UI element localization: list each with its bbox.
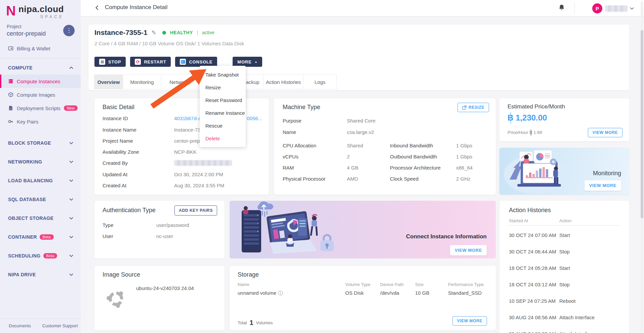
info-icon[interactable]: ⓘ <box>278 290 283 296</box>
scrollbar-thumb[interactable] <box>641 30 643 218</box>
sidebar-section-object-storage[interactable]: OBJECT STORAGE <box>0 209 81 228</box>
topbar-divider <box>574 3 575 14</box>
sidebar-section-networking[interactable]: NETWORKING <box>0 152 81 171</box>
section-label: OBJECT STORAGE <box>8 216 53 221</box>
button-label: VIEW MORE <box>455 248 482 253</box>
menu-item-resize[interactable]: Resize <box>200 81 246 94</box>
section-label: CONTAINER <box>8 234 37 240</box>
chevron-down-icon <box>69 273 73 276</box>
button-label: VIEW MORE <box>457 319 482 323</box>
column-header-name: Name <box>238 282 249 287</box>
project-menu-button[interactable]: ⋮ <box>63 25 75 36</box>
tab-action-histories[interactable]: Action Histories <box>263 75 304 89</box>
column-header-started-at: Started At <box>509 218 528 223</box>
volume-name: unnamed volumeⓘ <box>238 290 283 296</box>
notifications-button[interactable] <box>557 4 566 12</box>
edit-name-icon[interactable]: ✎ <box>152 29 156 36</box>
detail-label: CPU Allocation <box>283 143 316 148</box>
card-title: Estimated Price/Month <box>508 103 565 110</box>
project-block: Project centor-prepaid ⋮ <box>0 19 81 37</box>
caret-up-icon: ▲ <box>255 60 258 63</box>
avatar-name-blurred <box>605 5 627 12</box>
promo-title: Monitoring <box>593 170 621 177</box>
menu-item-rescue[interactable]: Rescue <box>200 119 246 132</box>
detail-value: 2 <box>347 154 350 159</box>
section-label: BLOCK STORAGE <box>8 140 51 146</box>
add-key-pairs-button[interactable]: ADD KEY PAIRS <box>174 205 217 216</box>
detail-label: vCPUs <box>283 154 298 159</box>
history-action: Start <box>559 232 570 238</box>
price-view-more-button[interactable]: VIEW MORE <box>588 128 622 137</box>
account-menu[interactable]: P <box>592 2 634 15</box>
sidebar-section-compute[interactable]: COMPUTE <box>0 61 81 75</box>
detail-value: AMD <box>347 176 358 182</box>
monitoring-view-more-button[interactable]: VIEW MORE <box>585 180 621 191</box>
chevron-down-icon <box>69 142 73 144</box>
tab-networks[interactable]: Networks <box>161 75 199 89</box>
banner-title: Connect Instance Information <box>406 233 487 240</box>
card-title: Basic Detail <box>103 104 134 111</box>
detail-label: Purpose <box>283 118 301 124</box>
sidebar-section-sql-database[interactable]: SQL DATABASE <box>0 190 81 209</box>
console-button[interactable]: >_ CONSOLE <box>175 57 217 67</box>
menu-item-take-snapshot[interactable]: Take Snapshot <box>200 68 246 81</box>
button-label: CONSOLE <box>189 59 212 64</box>
console-icon: >_ <box>180 59 186 65</box>
svg-text:</>: </> <box>10 107 13 110</box>
detail-value: Shared <box>347 143 363 148</box>
more-button[interactable]: MORE ▲ <box>233 57 262 67</box>
sidebar-section-scheduling[interactable]: SCHEDULING Beta <box>0 246 81 265</box>
button-label: VIEW MORE <box>593 130 618 135</box>
sidebar-section-load-balancing[interactable]: LOAD BALANCING <box>0 171 81 190</box>
sidebar-item-label: Key Pairs <box>17 119 38 125</box>
footer-link-customer-support[interactable]: Customer Support <box>42 323 78 328</box>
detail-label: Instance ID <box>103 115 128 121</box>
machine-type-card: Machine Type RESIZE PurposeShared Core N… <box>274 98 496 195</box>
button-label: RESTART <box>144 59 166 64</box>
restart-button[interactable]: ⟳ RESTART <box>130 57 171 67</box>
tab-overview[interactable]: Overview <box>94 75 123 89</box>
bell-icon <box>558 4 565 11</box>
sidebar-item-compute-images[interactable]: Compute Images <box>0 88 81 101</box>
sidebar-item-deployment-scripts[interactable]: </> Deployment Scripts New <box>0 101 81 115</box>
instance-id-link-tail[interactable]: 0056... <box>247 115 262 121</box>
sidebar-section-nipa-drive[interactable]: NIPA DRIVE <box>0 265 81 284</box>
connect-instance-banner: Connect Instance Information VIEW MORE <box>230 201 496 258</box>
sidebar: N nipa.cloud SPACE Project centor-prepai… <box>0 0 81 333</box>
sidebar-item-key-pairs[interactable]: Key Pairs <box>0 115 81 128</box>
connect-view-more-button[interactable]: VIEW MORE <box>450 245 487 255</box>
new-badge: New <box>64 105 78 111</box>
stop-icon <box>99 59 105 65</box>
detail-label: Updated At <box>103 172 127 177</box>
sidebar-section-block-storage[interactable]: BLOCK STORAGE <box>0 134 81 152</box>
tab-logs[interactable]: Logs <box>303 75 337 89</box>
detail-value: Aug 30, 2024 3:55 PM <box>174 183 224 188</box>
health-status: HEALTHY <box>170 30 193 35</box>
sidebar-item-billing[interactable]: Billing & Wallet <box>0 42 81 55</box>
tab-monitoring[interactable]: Monitoring <box>123 75 161 89</box>
card-title: Storage <box>238 271 259 278</box>
storage-total: Total 1 Volumes <box>238 319 273 327</box>
storage-view-more-button[interactable]: VIEW MORE <box>452 316 487 326</box>
history-started-at: 30 AUG 24 08:55 AM <box>509 331 556 333</box>
button-label: STOP <box>108 59 121 64</box>
history-action: Attach Interface <box>559 331 595 333</box>
health-dot-icon <box>162 31 166 35</box>
stop-button[interactable]: STOP <box>94 57 126 67</box>
page-title: Compute Instance Detail <box>105 4 167 11</box>
sidebar-section-container[interactable]: CONTAINER Beta <box>0 228 81 246</box>
table-divider <box>509 225 620 226</box>
page-scrollbar <box>641 1 643 332</box>
chevron-down-icon <box>69 217 73 220</box>
chevron-down-icon <box>69 198 73 201</box>
menu-item-rename-instance[interactable]: Rename Instance <box>200 106 246 119</box>
button-label: MORE <box>237 59 251 64</box>
resize-button[interactable]: RESIZE <box>457 103 489 112</box>
footer-link-documents[interactable]: Documents <box>9 323 31 328</box>
menu-item-reset-password[interactable]: Reset Password <box>200 94 246 106</box>
sidebar-item-compute-instances[interactable]: Compute Instances <box>0 75 81 88</box>
sidebar-item-label: Deployment Scripts <box>17 105 61 111</box>
menu-item-delete[interactable]: Delete <box>200 132 246 145</box>
detail-label: Clock Speed <box>390 176 418 182</box>
back-button[interactable] <box>93 4 101 12</box>
